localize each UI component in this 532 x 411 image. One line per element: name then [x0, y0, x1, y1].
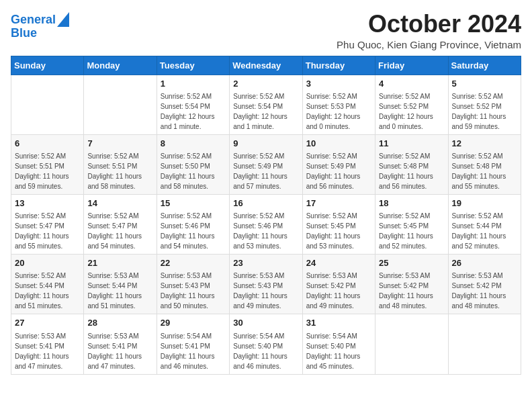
calendar-cell: 11Sunrise: 5:52 AMSunset: 5:48 PMDayligh…: [375, 134, 448, 194]
calendar-cell: 16Sunrise: 5:52 AMSunset: 5:46 PMDayligh…: [230, 194, 302, 254]
calendar-cell: [84, 75, 157, 134]
day-number: 6: [15, 138, 80, 150]
calendar-cell: 14Sunrise: 5:52 AMSunset: 5:47 PMDayligh…: [84, 194, 157, 254]
day-info: Sunrise: 5:53 AMSunset: 5:41 PMDaylight:…: [15, 331, 80, 371]
logo-text: General: [11, 13, 56, 27]
calendar-cell: 7Sunrise: 5:52 AMSunset: 5:51 PMDaylight…: [84, 134, 157, 194]
day-info: Sunrise: 5:53 AMSunset: 5:43 PMDaylight:…: [161, 271, 226, 311]
day-info: Sunrise: 5:52 AMSunset: 5:45 PMDaylight:…: [379, 211, 444, 251]
day-number: 24: [306, 257, 371, 269]
calendar-cell: 15Sunrise: 5:52 AMSunset: 5:46 PMDayligh…: [157, 194, 229, 254]
calendar-header-row: SundayMondayTuesdayWednesdayThursdayFrid…: [11, 56, 521, 75]
day-number: 23: [233, 257, 298, 269]
day-info: Sunrise: 5:52 AMSunset: 5:52 PMDaylight:…: [379, 91, 444, 132]
calendar-week-2: 6Sunrise: 5:52 AMSunset: 5:51 PMDaylight…: [11, 134, 521, 194]
day-number: 20: [15, 257, 80, 269]
day-number: 5: [452, 78, 517, 90]
title-area: October 2024 Phu Quoc, Kien Giang Provin…: [337, 11, 521, 50]
calendar-cell: 5Sunrise: 5:52 AMSunset: 5:52 PMDaylight…: [448, 75, 521, 134]
day-number: 31: [306, 317, 371, 329]
day-number: 11: [379, 138, 444, 150]
calendar-cell: [375, 314, 448, 374]
day-info: Sunrise: 5:52 AMSunset: 5:48 PMDaylight:…: [379, 151, 444, 191]
day-info: Sunrise: 5:52 AMSunset: 5:52 PMDaylight:…: [452, 91, 517, 132]
header-monday: Monday: [84, 56, 157, 75]
day-info: Sunrise: 5:52 AMSunset: 5:53 PMDaylight:…: [306, 91, 371, 132]
logo-text2: Blue: [11, 27, 37, 40]
day-info: Sunrise: 5:52 AMSunset: 5:54 PMDaylight:…: [161, 91, 226, 132]
svg-marker-0: [57, 12, 69, 27]
calendar-cell: 9Sunrise: 5:52 AMSunset: 5:49 PMDaylight…: [230, 134, 302, 194]
day-number: 13: [15, 197, 80, 210]
calendar-week-5: 27Sunrise: 5:53 AMSunset: 5:41 PMDayligh…: [11, 314, 521, 374]
day-info: Sunrise: 5:53 AMSunset: 5:41 PMDaylight:…: [87, 331, 152, 371]
day-number: 17: [306, 197, 371, 210]
calendar-cell: 31Sunrise: 5:54 AMSunset: 5:40 PMDayligh…: [302, 314, 375, 374]
day-number: 16: [233, 197, 298, 210]
header: General Blue October 2024 Phu Quoc, Kien…: [11, 11, 521, 50]
day-number: 29: [161, 317, 226, 329]
header-thursday: Thursday: [302, 56, 375, 75]
day-info: Sunrise: 5:53 AMSunset: 5:43 PMDaylight:…: [233, 271, 298, 311]
calendar-cell: 4Sunrise: 5:52 AMSunset: 5:52 PMDaylight…: [375, 75, 448, 134]
day-number: 10: [306, 138, 371, 150]
calendar-cell: 1Sunrise: 5:52 AMSunset: 5:54 PMDaylight…: [157, 75, 229, 134]
day-number: 7: [87, 138, 152, 150]
calendar-cell: 13Sunrise: 5:52 AMSunset: 5:47 PMDayligh…: [11, 194, 84, 254]
calendar-week-4: 20Sunrise: 5:52 AMSunset: 5:44 PMDayligh…: [11, 255, 521, 314]
header-wednesday: Wednesday: [230, 56, 302, 75]
calendar-cell: 24Sunrise: 5:53 AMSunset: 5:42 PMDayligh…: [302, 255, 375, 314]
day-info: Sunrise: 5:52 AMSunset: 5:51 PMDaylight:…: [87, 151, 152, 191]
calendar-cell: 23Sunrise: 5:53 AMSunset: 5:43 PMDayligh…: [230, 255, 302, 314]
calendar-cell: 18Sunrise: 5:52 AMSunset: 5:45 PMDayligh…: [375, 194, 448, 254]
calendar-cell: 17Sunrise: 5:52 AMSunset: 5:45 PMDayligh…: [302, 194, 375, 254]
calendar-week-3: 13Sunrise: 5:52 AMSunset: 5:47 PMDayligh…: [11, 194, 521, 254]
day-info: Sunrise: 5:52 AMSunset: 5:49 PMDaylight:…: [306, 151, 371, 191]
day-number: 25: [379, 257, 444, 269]
day-number: 19: [452, 197, 517, 210]
logo-arrow-icon: [57, 12, 69, 27]
day-info: Sunrise: 5:53 AMSunset: 5:42 PMDaylight:…: [452, 271, 517, 311]
calendar-cell: 10Sunrise: 5:52 AMSunset: 5:49 PMDayligh…: [302, 134, 375, 194]
subtitle: Phu Quoc, Kien Giang Province, Vietnam: [337, 39, 521, 50]
day-number: 15: [161, 197, 226, 210]
day-info: Sunrise: 5:52 AMSunset: 5:44 PMDaylight:…: [452, 211, 517, 251]
day-number: 18: [379, 197, 444, 210]
header-sunday: Sunday: [11, 56, 84, 75]
day-info: Sunrise: 5:54 AMSunset: 5:40 PMDaylight:…: [233, 331, 298, 371]
calendar-cell: 30Sunrise: 5:54 AMSunset: 5:40 PMDayligh…: [230, 314, 302, 374]
day-info: Sunrise: 5:52 AMSunset: 5:46 PMDaylight:…: [161, 211, 226, 251]
day-info: Sunrise: 5:52 AMSunset: 5:48 PMDaylight:…: [452, 151, 517, 191]
calendar-week-1: 1Sunrise: 5:52 AMSunset: 5:54 PMDaylight…: [11, 75, 521, 134]
calendar-cell: 21Sunrise: 5:53 AMSunset: 5:44 PMDayligh…: [84, 255, 157, 314]
logo: General Blue: [11, 13, 69, 40]
calendar-cell: 8Sunrise: 5:52 AMSunset: 5:50 PMDaylight…: [157, 134, 229, 194]
calendar-cell: 20Sunrise: 5:52 AMSunset: 5:44 PMDayligh…: [11, 255, 84, 314]
day-info: Sunrise: 5:54 AMSunset: 5:40 PMDaylight:…: [306, 331, 371, 371]
day-number: 21: [87, 257, 152, 269]
calendar-cell: 12Sunrise: 5:52 AMSunset: 5:48 PMDayligh…: [448, 134, 521, 194]
day-info: Sunrise: 5:54 AMSunset: 5:41 PMDaylight:…: [161, 331, 226, 371]
day-number: 8: [161, 138, 226, 150]
day-number: 14: [87, 197, 152, 210]
calendar-cell: 22Sunrise: 5:53 AMSunset: 5:43 PMDayligh…: [157, 255, 229, 314]
day-number: 28: [87, 317, 152, 329]
day-info: Sunrise: 5:53 AMSunset: 5:42 PMDaylight:…: [306, 271, 371, 311]
calendar-cell: 2Sunrise: 5:52 AMSunset: 5:54 PMDaylight…: [230, 75, 302, 134]
day-number: 2: [233, 78, 298, 90]
day-info: Sunrise: 5:52 AMSunset: 5:51 PMDaylight:…: [15, 151, 80, 191]
day-info: Sunrise: 5:52 AMSunset: 5:46 PMDaylight:…: [233, 211, 298, 251]
day-number: 30: [233, 317, 298, 329]
day-info: Sunrise: 5:52 AMSunset: 5:50 PMDaylight:…: [161, 151, 226, 191]
calendar-cell: 3Sunrise: 5:52 AMSunset: 5:53 PMDaylight…: [302, 75, 375, 134]
calendar-cell: 29Sunrise: 5:54 AMSunset: 5:41 PMDayligh…: [157, 314, 229, 374]
day-number: 3: [306, 78, 371, 90]
day-number: 4: [379, 78, 444, 90]
calendar-cell: [448, 314, 521, 374]
calendar-cell: 6Sunrise: 5:52 AMSunset: 5:51 PMDaylight…: [11, 134, 84, 194]
month-title: October 2024: [337, 11, 521, 38]
calendar-cell: 27Sunrise: 5:53 AMSunset: 5:41 PMDayligh…: [11, 314, 84, 374]
day-number: 1: [161, 78, 226, 90]
calendar-cell: 26Sunrise: 5:53 AMSunset: 5:42 PMDayligh…: [448, 255, 521, 314]
day-number: 9: [233, 138, 298, 150]
